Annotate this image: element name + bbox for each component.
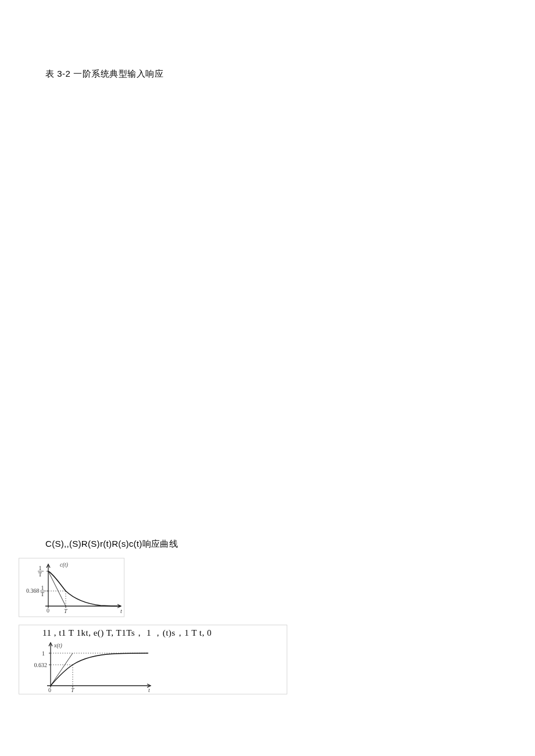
- chart-impulse-svg: 1 T 0.368 1 T 0 T c(t) t: [19, 558, 124, 617]
- func-label-c: c(t): [60, 561, 69, 568]
- x-tick-0: 0: [47, 607, 49, 614]
- formula-text: 11 , t1 T 1kt, e() T, T1Ts， 1 ，(t)s，1 T …: [42, 628, 212, 639]
- chart-impulse-response: 1 T 0.368 1 T 0 T c(t) t: [19, 558, 124, 617]
- y-tick-mid-prefix: 0.368: [26, 587, 40, 594]
- y-tick-top-den: T: [38, 571, 42, 578]
- x-tick2-0: 0: [48, 687, 51, 693]
- x-axis-label-t1: t: [120, 608, 122, 614]
- page-title: 表 3-2 一阶系统典型输入响应: [45, 69, 163, 80]
- x-tick-T: T: [64, 608, 68, 614]
- impulse-curve: [48, 571, 121, 606]
- step-curve: [51, 653, 148, 686]
- y-tick-top-num: 1: [39, 565, 42, 571]
- y-tick-mid-num: 1: [41, 585, 44, 591]
- y-tick-mid-den: T: [41, 591, 44, 597]
- svg-line-9: [48, 571, 66, 606]
- y-tick-1: 1: [42, 650, 45, 657]
- func-label-x: x(t): [54, 642, 63, 649]
- x-axis-label-t2: t: [148, 687, 150, 693]
- x-tick2-T: T: [71, 687, 75, 693]
- svg-line-18: [51, 653, 73, 686]
- subtitle: C(S),,(S)R(S)r(t)R(s)c(t)响应曲线: [45, 539, 178, 550]
- chart-step-response: 11 , t1 T 1kt, e() T, T1Ts， 1 ，(t)s，1 T …: [19, 625, 287, 694]
- y-tick-0632: 0.632: [34, 662, 48, 668]
- chart-step-svg: 1 0.632 0 T x(t) t: [22, 639, 155, 693]
